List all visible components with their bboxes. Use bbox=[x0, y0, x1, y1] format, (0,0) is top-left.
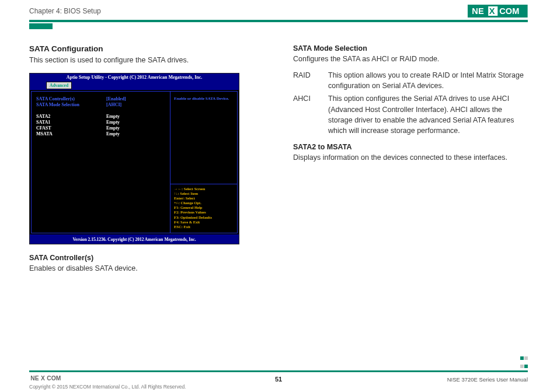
bios-row-sata2: SATA2 Empty bbox=[36, 114, 165, 120]
bios-tab-row: Advanced bbox=[30, 82, 239, 89]
bios-value: Empty bbox=[106, 131, 120, 137]
chapter-title: Chapter 4: BIOS Setup bbox=[29, 7, 101, 15]
content-area: SATA Configuration This section is used … bbox=[0, 29, 557, 279]
svg-text:NE: NE bbox=[472, 6, 485, 16]
footer-deco-icon bbox=[520, 354, 528, 370]
bios-body: SATA Controller(s) [Enabled] SATA Mode S… bbox=[30, 89, 239, 235]
subsection-text: Configures the SATA as AHCI or RAID mode… bbox=[293, 54, 528, 64]
bios-label: SATA2 bbox=[36, 114, 106, 120]
bios-row-cfast: CFAST Empty bbox=[36, 125, 165, 131]
section-heading: SATA Configuration bbox=[29, 44, 264, 53]
bios-help-text: Enable or disable SATA Device. bbox=[170, 91, 238, 184]
page-footer: NE X COM 51 NISE 3720E Series User Manua… bbox=[29, 374, 528, 384]
nexcom-logo: NE X COM bbox=[468, 5, 528, 18]
copyright-text: Copyright © 2015 NEXCOM International Co… bbox=[29, 384, 186, 390]
bios-tab-advanced: Advanced bbox=[46, 82, 72, 89]
option-desc: This option allows you to create RAID or… bbox=[328, 70, 528, 91]
bios-label: MSATA bbox=[36, 131, 106, 137]
bios-row-msata: MSATA Empty bbox=[36, 131, 165, 137]
option-key: AHCI bbox=[293, 93, 318, 136]
header-rule bbox=[29, 20, 528, 22]
bios-key-hints: →←: Select Screen ↑↓: Select Item Enter:… bbox=[170, 184, 238, 233]
option-row-raid: RAID This option allows you to create RA… bbox=[293, 70, 528, 91]
right-column: SATA Mode Selection Configures the SATA … bbox=[293, 44, 528, 279]
bios-value: [AHCI] bbox=[106, 102, 121, 108]
svg-text:X: X bbox=[489, 6, 495, 16]
bios-value: Empty bbox=[106, 125, 120, 131]
page-header: Chapter 4: BIOS Setup NE X COM bbox=[0, 0, 557, 18]
bios-value: Empty bbox=[106, 120, 120, 125]
section-subtitle: This section is used to configure the SA… bbox=[29, 55, 264, 66]
option-row-ahci: AHCI This option configures the Serial A… bbox=[293, 93, 528, 136]
bios-label: SATA Controller(s) bbox=[36, 96, 106, 102]
svg-text:COM: COM bbox=[500, 6, 520, 16]
section-tab-marker bbox=[29, 23, 53, 29]
bios-label: SATA Mode Selection bbox=[36, 102, 106, 108]
subsection-heading: SATA Mode Selection bbox=[293, 44, 528, 52]
bios-side-panel: Enable or disable SATA Device. →←: Selec… bbox=[170, 91, 238, 233]
bios-footer-bar: Version 2.15.1236. Copyright (C) 2012 Am… bbox=[30, 235, 239, 244]
option-desc: This option configures the Serial ATA dr… bbox=[328, 93, 528, 136]
subsection-text: Displays information on the devices conn… bbox=[293, 152, 528, 163]
bios-value: Empty bbox=[106, 114, 120, 120]
bios-main-panel: SATA Controller(s) [Enabled] SATA Mode S… bbox=[31, 91, 170, 233]
bios-value: [Enabled] bbox=[106, 96, 126, 102]
subsection-heading: SATA2 to MSATA bbox=[293, 143, 528, 151]
subsection-text: Enables or disables SATA device. bbox=[29, 263, 264, 274]
bios-row-sata1: SATA1 Empty bbox=[36, 120, 165, 125]
page-number: 51 bbox=[275, 376, 282, 383]
bios-label: SATA1 bbox=[36, 120, 106, 125]
subsection-heading: SATA Controller(s) bbox=[29, 254, 264, 262]
bios-title-bar: Aptio Setup Utility - Copyright (C) 2012… bbox=[30, 74, 239, 82]
bios-label: CFAST bbox=[36, 125, 106, 131]
bios-row-sata-mode: SATA Mode Selection [AHCI] bbox=[36, 102, 165, 108]
option-key: RAID bbox=[293, 70, 318, 91]
bios-row-sata-controllers: SATA Controller(s) [Enabled] bbox=[36, 96, 165, 102]
left-column: SATA Configuration This section is used … bbox=[29, 44, 264, 279]
footer-rule bbox=[29, 370, 528, 372]
bios-screenshot: Aptio Setup Utility - Copyright (C) 2012… bbox=[29, 73, 239, 245]
